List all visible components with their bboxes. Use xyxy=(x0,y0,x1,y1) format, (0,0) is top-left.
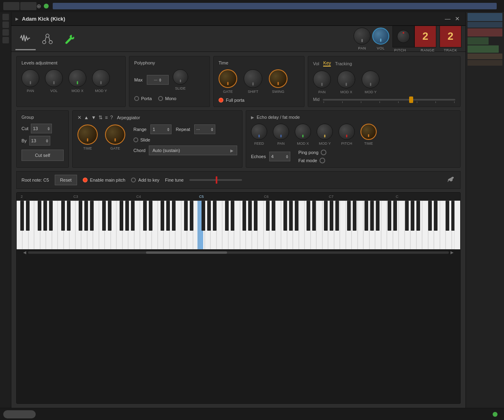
svg-rect-114 xyxy=(289,201,293,231)
poly-title: Polyphony xyxy=(134,60,205,65)
svg-rect-120 xyxy=(335,201,339,231)
svg-rect-85 xyxy=(49,201,53,231)
arp-updown-btn[interactable]: ⇅ xyxy=(99,115,103,120)
fine-tune-slider[interactable] xyxy=(189,179,242,181)
levels-pan-knob-item: PAN xyxy=(21,69,39,93)
toolbar-vol-knob[interactable] xyxy=(372,28,389,45)
by-input[interactable]: 13 xyxy=(29,136,50,146)
ping-pong-option[interactable]: Ping pong xyxy=(298,150,327,155)
arp-align-btn[interactable]: ≡ xyxy=(105,115,108,120)
max-input[interactable]: ··· xyxy=(147,75,169,85)
svg-rect-102 xyxy=(190,201,193,231)
echo-title: Echo delay / fat mode xyxy=(257,115,300,120)
vkt-vol-tab[interactable]: Vol xyxy=(313,61,319,66)
toolbar-icon-nodes[interactable] xyxy=(37,28,58,50)
arp-up-btn[interactable]: ▲ xyxy=(84,115,89,120)
group-panel: Group Cut 13 By xyxy=(16,110,69,168)
svg-rect-112 xyxy=(272,201,275,231)
levels-vol-knob[interactable] xyxy=(45,69,63,87)
enable-pitch-option[interactable]: Enable main pitch xyxy=(83,178,125,182)
levels-vol-knob-item: VOL xyxy=(45,69,63,93)
vkt-modx-knob[interactable] xyxy=(337,71,355,88)
track-badge[interactable]: 2 xyxy=(440,26,461,47)
group-title: Group xyxy=(21,115,64,120)
arp-down-btn[interactable]: ▼ xyxy=(91,115,96,120)
piano-scrollbar[interactable]: ◀ ▶ xyxy=(17,249,460,255)
range-label: RANGE xyxy=(420,48,436,52)
porta-option[interactable]: Porta xyxy=(134,96,152,101)
plugin-title: Adam Kick (Kick) xyxy=(22,16,440,22)
echo-feed-knob-item: FEED xyxy=(251,124,267,146)
close-button[interactable]: ✕ xyxy=(453,15,461,23)
svg-rect-90 xyxy=(90,201,94,231)
vkt-modx-label: MOD X xyxy=(340,90,352,94)
cut-input[interactable]: 13 xyxy=(31,124,52,133)
pitch-badge[interactable] xyxy=(392,26,414,47)
levels-pan-knob[interactable] xyxy=(21,69,39,87)
cut-self-button[interactable]: Cut self xyxy=(21,150,64,161)
plugin-content: Levels adjustment PAN xyxy=(11,52,465,408)
repeat-input[interactable]: ··· xyxy=(194,124,215,134)
levels-modx-knob[interactable] xyxy=(69,69,86,87)
time-swing-knob[interactable] xyxy=(269,69,287,88)
chord-select[interactable]: Auto (sustain) ▶ xyxy=(149,146,237,155)
time-gate-knob[interactable] xyxy=(219,69,237,88)
echoes-input[interactable]: 4 xyxy=(269,152,290,161)
echo-feed-knob[interactable] xyxy=(251,124,267,140)
fat-mode-option[interactable]: Fat mode xyxy=(298,158,327,163)
arp-time-knob[interactable] xyxy=(77,124,98,145)
levels-panel: Levels adjustment PAN xyxy=(16,56,126,107)
sidebar-left-2 xyxy=(2,21,9,28)
toolbar-icon-waveform[interactable] xyxy=(15,28,36,50)
arp-gate-knob[interactable] xyxy=(105,124,125,145)
svg-rect-116 xyxy=(307,201,310,231)
minimize-button[interactable]: — xyxy=(444,15,452,23)
reset-button[interactable]: Reset xyxy=(55,175,77,185)
mono-option[interactable]: Mono xyxy=(158,96,176,101)
time-gate-knob-item: GATE xyxy=(219,69,237,94)
vkt-key-tab[interactable]: Key xyxy=(323,60,331,66)
vkt-pan-knob[interactable] xyxy=(313,71,331,88)
range-label-arp: Range xyxy=(133,127,146,132)
echo-pitch-knob[interactable] xyxy=(339,124,355,140)
svg-point-2 xyxy=(49,41,52,44)
svg-rect-98 xyxy=(161,201,164,231)
arp-slide-option[interactable]: Slide xyxy=(133,137,150,142)
vkt-mody-label: MOD Y xyxy=(365,90,376,94)
arp-x-btn[interactable]: ✕ xyxy=(77,115,81,120)
arp-help-btn[interactable]: ? xyxy=(110,115,113,120)
svg-rect-95 xyxy=(131,201,135,231)
toolbar-pan-knob[interactable] xyxy=(354,28,371,45)
full-porta-label: Full porta xyxy=(226,98,244,103)
svg-rect-108 xyxy=(242,201,246,231)
range-input[interactable]: 1 xyxy=(150,124,172,134)
time-shift-knob[interactable] xyxy=(244,69,262,88)
arp-panel: ✕ ▲ ▼ ⇅ ≡ ? Arpeggiator xyxy=(72,110,242,168)
sidebar-left-1 xyxy=(2,14,9,20)
vkt-mody-knob[interactable] xyxy=(362,71,380,88)
echo-pan-knob[interactable] xyxy=(273,124,289,140)
poly-slide-knob[interactable] xyxy=(173,69,188,85)
mid-slider[interactable] xyxy=(323,99,455,101)
full-porta-option[interactable]: Full porta xyxy=(219,98,299,103)
key-label-c8: C xyxy=(396,195,399,199)
track-label: TRACK xyxy=(444,48,457,52)
svg-rect-86 xyxy=(61,201,65,231)
svg-rect-87 xyxy=(67,201,71,231)
add-to-key-option[interactable]: Add to key xyxy=(131,178,159,182)
arp-time-knob-item: TIME xyxy=(77,124,98,150)
vkt-tracking-tab[interactable]: Tracking xyxy=(335,61,352,66)
time-swing-knob-item: SWING xyxy=(269,69,287,94)
arp-time-label: TIME xyxy=(83,146,92,150)
key-label-c4: C4 xyxy=(136,195,141,199)
mid-label: Mid xyxy=(313,97,320,102)
time-title: Time xyxy=(219,60,299,65)
range-badge[interactable]: 2 xyxy=(414,26,436,47)
levels-mody-knob[interactable] xyxy=(92,69,110,87)
toolbar-icon-wrench[interactable] xyxy=(59,28,79,50)
svg-rect-111 xyxy=(266,201,270,231)
pitch-range-group: 2 PITCH RANGE xyxy=(392,26,436,52)
echo-time-knob[interactable] xyxy=(360,124,377,140)
echo-mody-knob[interactable] xyxy=(317,124,333,140)
echo-modx-knob[interactable] xyxy=(295,124,311,140)
